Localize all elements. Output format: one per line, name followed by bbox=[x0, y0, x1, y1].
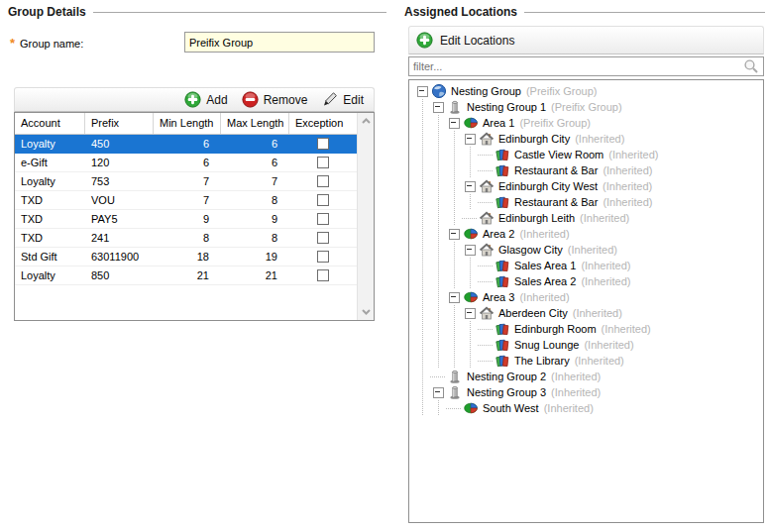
edit-button[interactable]: Edit bbox=[321, 91, 364, 108]
collapse-toggle-icon[interactable] bbox=[462, 178, 478, 194]
column-header-max-length[interactable]: Max Length bbox=[221, 113, 289, 134]
exception-checkbox[interactable] bbox=[317, 251, 329, 263]
table-row[interactable]: TXDVOU78 bbox=[15, 191, 374, 210]
tree-node[interactable]: Edinburgh Leith(Inherited) bbox=[414, 210, 763, 226]
tree-node-label: Sales Area 1 bbox=[514, 260, 576, 271]
collapse-toggle-icon[interactable] bbox=[446, 115, 462, 131]
tree-node[interactable]: Restaurant & Bar(Inherited) bbox=[414, 194, 763, 210]
group-name-label: Group name: bbox=[20, 38, 83, 50]
tree-node[interactable]: Area 1(Preifix Group) bbox=[414, 115, 763, 131]
tree-guide-line bbox=[462, 162, 478, 178]
tree-node[interactable]: Edinburgh City West(Inherited) bbox=[414, 178, 763, 194]
tree-node[interactable]: Castle View Room(Inherited) bbox=[414, 147, 763, 162]
tree-node-label: Nesting Group 1 bbox=[467, 101, 546, 113]
group-details-rule bbox=[93, 12, 386, 13]
add-button[interactable]: Add bbox=[184, 91, 227, 108]
exception-checkbox[interactable] bbox=[317, 194, 329, 206]
tree-guide-line bbox=[462, 194, 478, 210]
tree-node-label: Castle View Room bbox=[514, 149, 604, 160]
tree-node[interactable]: Aberdeen City(Inherited) bbox=[414, 305, 763, 321]
house-icon bbox=[479, 305, 494, 321]
exception-checkbox[interactable] bbox=[317, 232, 329, 244]
group-name-input[interactable] bbox=[184, 32, 375, 53]
tree-node[interactable]: Edinburgh City(Inherited) bbox=[414, 131, 763, 147]
column-header-min-length[interactable]: Min Length bbox=[154, 113, 221, 134]
cell-max_length: 6 bbox=[221, 135, 289, 154]
collapse-toggle-icon[interactable] bbox=[446, 289, 462, 305]
exception-checkbox[interactable] bbox=[317, 175, 329, 187]
tree-node[interactable]: Sales Area 2(Inherited) bbox=[414, 273, 763, 289]
tree-guide-line bbox=[430, 178, 446, 194]
table-row[interactable]: e-Gift12066 bbox=[15, 154, 374, 172]
table-row[interactable]: TXD24188 bbox=[15, 229, 374, 248]
table-row[interactable]: Loyalty75377 bbox=[15, 172, 374, 191]
tree-node[interactable]: Nesting Group 3(Inherited) bbox=[414, 384, 763, 400]
tree-guide-line bbox=[414, 210, 430, 226]
cell-min_length: 6 bbox=[154, 135, 221, 154]
filter-input[interactable] bbox=[413, 60, 743, 72]
exception-checkbox[interactable] bbox=[317, 269, 329, 281]
tree-node[interactable]: Nesting Group(Preifix Group) bbox=[414, 83, 763, 99]
tree-connector bbox=[478, 273, 494, 289]
scroll-up-icon[interactable] bbox=[360, 115, 373, 128]
tree-guide-line bbox=[414, 273, 430, 289]
cell-max_length: 8 bbox=[221, 191, 289, 210]
tree-node-suffix: (Inherited) bbox=[551, 371, 601, 382]
column-header-account[interactable]: Account bbox=[15, 113, 85, 134]
column-header-prefix[interactable]: Prefix bbox=[85, 113, 154, 134]
collapse-toggle-icon[interactable] bbox=[462, 242, 478, 258]
table-scrollbar[interactable] bbox=[357, 113, 374, 320]
collapse-toggle-icon[interactable] bbox=[414, 83, 430, 99]
prefix-group-window: Group Details * Group name: Add Remove E… bbox=[0, 0, 769, 532]
sales-area-icon bbox=[494, 258, 510, 273]
exception-checkbox[interactable] bbox=[317, 157, 329, 168]
table-row[interactable]: Std Gift630119001819 bbox=[15, 248, 374, 266]
tree-node-suffix: (Preifix Group) bbox=[526, 85, 598, 97]
tree-guide-line bbox=[446, 305, 462, 321]
collapse-toggle-icon[interactable] bbox=[446, 226, 462, 242]
magnifier-icon bbox=[743, 58, 759, 74]
table-row[interactable]: Loyalty8502121 bbox=[15, 266, 374, 285]
tree-node[interactable]: Nesting Group 1(Preifix Group) bbox=[414, 99, 763, 115]
tree-node[interactable]: Area 2(Inherited) bbox=[414, 226, 763, 242]
tree-connector bbox=[462, 210, 478, 226]
tree-guide-line bbox=[414, 337, 430, 353]
table-row[interactable]: TXDPAY599 bbox=[15, 210, 374, 229]
tree-guide-line bbox=[430, 289, 446, 305]
scroll-down-icon[interactable] bbox=[360, 305, 373, 318]
cell-min_length: 9 bbox=[154, 210, 221, 229]
collapse-toggle-icon[interactable] bbox=[462, 131, 478, 147]
tree-guide-line bbox=[430, 321, 446, 337]
tree-guide-line bbox=[430, 273, 446, 289]
column-header-exception[interactable]: Exception bbox=[289, 113, 357, 134]
exception-checkbox[interactable] bbox=[317, 213, 329, 225]
area-pie-icon bbox=[463, 400, 479, 416]
tree-node-label: Nesting Group bbox=[451, 85, 521, 97]
tree-node[interactable]: Sales Area 1(Inherited) bbox=[414, 258, 763, 273]
collapse-toggle-icon[interactable] bbox=[462, 305, 478, 321]
tree-node[interactable]: Edinburgh Room(Inherited) bbox=[414, 321, 763, 337]
tree-node[interactable]: Glasgow City(Inherited) bbox=[414, 242, 763, 258]
table-row[interactable]: Loyalty45066 bbox=[15, 135, 374, 154]
tree-node[interactable]: Snug Lounge(Inherited) bbox=[414, 337, 763, 353]
tree-guide-line bbox=[462, 337, 478, 353]
assigned-locations-rule bbox=[524, 12, 765, 13]
remove-button[interactable]: Remove bbox=[242, 91, 308, 108]
cell-exception bbox=[289, 172, 357, 191]
tree-guide-line bbox=[414, 147, 430, 162]
exception-checkbox[interactable] bbox=[317, 138, 329, 150]
tree-node[interactable]: South West(Inherited) bbox=[414, 400, 763, 416]
tree-node-suffix: (Preifix Group) bbox=[551, 101, 622, 113]
tree-node[interactable]: Nesting Group 2(Inherited) bbox=[414, 369, 763, 384]
edit-locations-button[interactable]: Edit Locations bbox=[416, 32, 514, 49]
tree-node[interactable]: Restaurant & Bar(Inherited) bbox=[414, 162, 763, 178]
tree-node-label: Nesting Group 2 bbox=[467, 371, 546, 382]
collapse-toggle-icon[interactable] bbox=[430, 384, 446, 400]
house-icon bbox=[479, 131, 494, 147]
cell-max_length: 9 bbox=[221, 210, 289, 229]
tree-node[interactable]: Area 3(Inherited) bbox=[414, 289, 763, 305]
collapse-toggle-icon[interactable] bbox=[430, 99, 446, 115]
tree-guide-line bbox=[430, 147, 446, 162]
nesting-group-icon bbox=[447, 369, 463, 384]
tree-node[interactable]: The Library(Inherited) bbox=[414, 353, 763, 369]
